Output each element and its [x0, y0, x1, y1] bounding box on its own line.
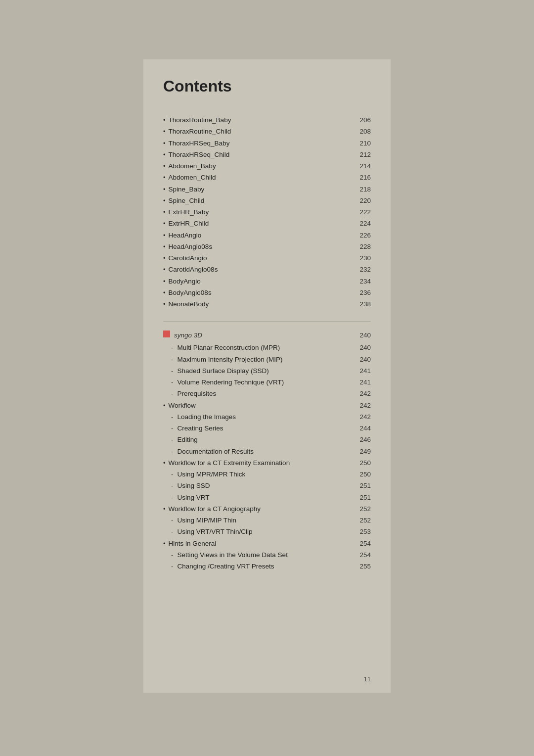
bullet-icon: •: [163, 150, 166, 160]
page-num: 230: [353, 253, 371, 263]
item-text: Abdomen_Baby: [169, 161, 353, 171]
item-text: Changing /Creating VRT Presets: [178, 562, 354, 571]
page-num: 244: [353, 424, 371, 433]
toc-item-label: - Shaded Surface Display (SSD): [163, 366, 353, 376]
toc-item-label: - Volume Rendering Technique (VRT): [163, 378, 353, 387]
page-num: 250: [353, 470, 371, 479]
list-item: • ThoraxRoutine_Baby 206: [163, 115, 371, 125]
toc-item-label: - Using VRT: [163, 493, 353, 503]
syngo-page: 240: [353, 331, 371, 339]
dash-icon: -: [171, 527, 174, 537]
syngo-sub-item: - Maximum Intensity Projection (MIP) 240: [163, 355, 371, 365]
item-text: Hints in General: [169, 539, 353, 549]
page-num: 238: [353, 299, 371, 309]
bullet-icon: •: [163, 288, 166, 298]
toc-item-label: • ExtrHR_Child: [163, 219, 353, 229]
item-text: Using VRT: [178, 493, 354, 503]
list-item: • Abdomen_Child 216: [163, 173, 371, 183]
item-text: ThoraxRoutine_Child: [169, 127, 353, 137]
page-num: 242: [353, 401, 371, 411]
toc-item-label: • Spine_Child: [163, 196, 353, 206]
bullet-icon: •: [163, 458, 166, 468]
item-text: Setting Views in the Volume Data Set: [178, 550, 354, 560]
item-text: ThoraxRoutine_Baby: [169, 115, 353, 125]
toc-item-label: • HeadAngio: [163, 231, 353, 240]
bullet-icon: •: [163, 196, 166, 206]
toc-item-label: - Editing: [163, 435, 353, 445]
toc-item-label: - Using VRT/VRT Thin/Clip: [163, 527, 353, 537]
list-item: • BodyAngio08s 236: [163, 288, 371, 298]
bullet-icon: •: [163, 207, 166, 217]
toc-item-label: • CarotidAngio08s: [163, 265, 353, 275]
item-text: Maximum Intensity Projection (MIP): [178, 355, 354, 365]
syngo-sub-item: - Setting Views in the Volume Data Set 2…: [163, 550, 371, 560]
list-item: • HeadAngio08s 228: [163, 242, 371, 252]
page-title: Contents: [163, 77, 371, 95]
list-item: • ThoraxRoutine_Child 208: [163, 127, 371, 137]
toc-list-section: • ThoraxRoutine_Baby 206 • ThoraxRoutine…: [163, 115, 371, 309]
bullet-icon: •: [163, 115, 166, 125]
page-num: 218: [353, 185, 371, 194]
list-item: • NeonateBody 238: [163, 299, 371, 309]
page-num: 242: [353, 412, 371, 422]
toc-item-label: • Abdomen_Child: [163, 173, 353, 183]
bullet-icon: •: [163, 401, 166, 411]
item-text: ThoraxHRSeq_Baby: [169, 139, 353, 148]
page-num: 224: [353, 219, 371, 229]
item-text: Editing: [178, 435, 354, 445]
item-text: Spine_Baby: [169, 185, 353, 194]
page-num: 241: [353, 378, 371, 387]
page-num: 206: [353, 115, 371, 125]
toc-item-label: - Documentation of Results: [163, 447, 353, 457]
item-text: Loading the Images: [178, 412, 354, 422]
dash-icon: -: [171, 470, 174, 479]
page-num: 240: [353, 343, 371, 353]
page-number: 11: [364, 675, 371, 683]
page-num: 222: [353, 207, 371, 217]
item-text: Using SSD: [178, 481, 354, 491]
bullet-icon: •: [163, 504, 166, 514]
page-num: 254: [353, 539, 371, 549]
page-num: 216: [353, 173, 371, 183]
page-num: 214: [353, 161, 371, 171]
item-text: Prerequisites: [178, 389, 354, 399]
toc-item-label: • ExtrHR_Baby: [163, 207, 353, 217]
item-text: Documentation of Results: [178, 447, 354, 457]
page-num: 242: [353, 389, 371, 399]
bullet-icon: •: [163, 231, 166, 240]
toc-item-label: • Workflow for a CT Extremity Examinatio…: [163, 458, 353, 468]
list-item: • ExtrHR_Baby 222: [163, 207, 371, 217]
item-text: BodyAngio08s: [169, 288, 353, 298]
bullet-icon: •: [163, 299, 166, 309]
syngo-sub-item: - Shaded Surface Display (SSD) 241: [163, 366, 371, 376]
page-num: 255: [353, 562, 371, 571]
toc-item-label: - Using MPR/MPR Thick: [163, 470, 353, 479]
item-text: CarotidAngio08s: [169, 265, 353, 275]
toc-item-label: - Maximum Intensity Projection (MIP): [163, 355, 353, 365]
page-num: 236: [353, 288, 371, 298]
bullet-icon: •: [163, 219, 166, 229]
dash-icon: -: [171, 378, 174, 387]
page-num: 252: [353, 516, 371, 525]
list-item: • Abdomen_Baby 214: [163, 161, 371, 171]
item-text: Abdomen_Child: [169, 173, 353, 183]
item-text: Using MPR/MPR Thick: [178, 470, 354, 479]
syngo-items-list: - Multi Planar Reconstruction (MPR) 240 …: [163, 343, 371, 571]
dash-icon: -: [171, 343, 174, 353]
syngo-sub-item: - Prerequisites 242: [163, 389, 371, 399]
bullet-icon: •: [163, 161, 166, 171]
syngo-sub-item: - Using SSD 251: [163, 481, 371, 491]
page-num: 246: [353, 435, 371, 445]
page-num: 250: [353, 458, 371, 468]
dash-icon: -: [171, 366, 174, 376]
toc-item-label: - Changing /Creating VRT Presets: [163, 562, 353, 571]
syngo-sub-item: - Loading the Images 242: [163, 412, 371, 422]
page-num: 249: [353, 447, 371, 457]
toc-item-label: - Creating Series: [163, 424, 353, 433]
toc-item-label: • BodyAngio08s: [163, 288, 353, 298]
syngo-sub-item: - Using MPR/MPR Thick 250: [163, 470, 371, 479]
syngo-sub-item: - Documentation of Results 249: [163, 447, 371, 457]
item-text: ExtrHR_Child: [169, 219, 353, 229]
syngo-section: syngo 3D 240 - Multi Planar Reconstructi…: [163, 331, 371, 571]
dash-icon: -: [171, 481, 174, 491]
